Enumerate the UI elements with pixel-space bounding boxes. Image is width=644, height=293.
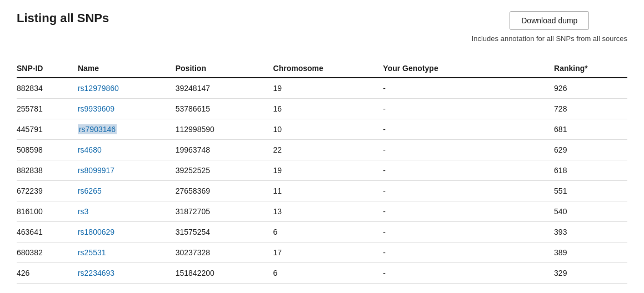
cell-position: 31872705 <box>176 201 273 222</box>
snp-table: SNP-ID Name Position Chromosome Your Gen… <box>17 59 627 284</box>
cell-ranking: 681 <box>554 119 627 140</box>
cell-chromosome: 19 <box>273 160 383 181</box>
table-header: SNP-ID Name Position Chromosome Your Gen… <box>17 59 627 78</box>
cell-name[interactable]: rs1800629 <box>78 222 176 243</box>
annotation-note: Includes annotation for all SNPs from al… <box>472 34 627 43</box>
cell-position: 19963748 <box>176 140 273 160</box>
col-header-position: Position <box>176 59 273 78</box>
cell-snpid: 463641 <box>17 222 78 243</box>
cell-ranking: 389 <box>554 243 627 263</box>
cell-chromosome: 6 <box>273 263 383 284</box>
table-row: 680382rs255313023732817-389 <box>17 243 627 263</box>
cell-genotype: - <box>383 99 554 119</box>
table-row: 426rs22346931518422006-329 <box>17 263 627 284</box>
cell-name[interactable]: rs9939609 <box>78 99 176 119</box>
cell-snpid: 426 <box>17 263 78 284</box>
cell-position: 31575254 <box>176 222 273 243</box>
table-row: 882838rs80999173925252519-618 <box>17 160 627 181</box>
table-row: 882834rs129798603924814719-926 <box>17 78 627 99</box>
cell-position: 39248147 <box>176 78 273 99</box>
cell-snpid: 255781 <box>17 99 78 119</box>
cell-ranking: 393 <box>554 222 627 243</box>
table-header-row: SNP-ID Name Position Chromosome Your Gen… <box>17 59 627 78</box>
cell-chromosome: 6 <box>273 222 383 243</box>
table-row: 508598rs46801996374822-629 <box>17 140 627 160</box>
cell-snpid: 680382 <box>17 243 78 263</box>
col-header-ranking: Ranking* <box>554 59 627 78</box>
cell-genotype: - <box>383 222 554 243</box>
cell-snpid: 672239 <box>17 181 78 201</box>
cell-position: 151842200 <box>176 263 273 284</box>
col-header-chromosome: Chromosome <box>273 59 383 78</box>
col-header-name: Name <box>78 59 176 78</box>
col-header-genotype: Your Genotype <box>383 59 554 78</box>
page-header: Listing all SNPs Download dump Includes … <box>17 11 627 43</box>
cell-snpid: 816100 <box>17 201 78 222</box>
cell-genotype: - <box>383 140 554 160</box>
cell-ranking: 728 <box>554 99 627 119</box>
cell-name[interactable]: rs3 <box>78 201 176 222</box>
cell-ranking: 329 <box>554 263 627 284</box>
table-row: 816100rs33187270513-540 <box>17 201 627 222</box>
cell-name[interactable]: rs4680 <box>78 140 176 160</box>
cell-position: 39252525 <box>176 160 273 181</box>
cell-ranking: 629 <box>554 140 627 160</box>
cell-chromosome: 19 <box>273 78 383 99</box>
cell-name[interactable]: rs2234693 <box>78 263 176 284</box>
table-row: 255781rs99396095378661516-728 <box>17 99 627 119</box>
table-row: 445791rs790314611299859010-681 <box>17 119 627 140</box>
cell-genotype: - <box>383 181 554 201</box>
cell-chromosome: 10 <box>273 119 383 140</box>
cell-position: 53786615 <box>176 99 273 119</box>
download-dump-button[interactable]: Download dump <box>510 11 589 30</box>
col-header-snpid: SNP-ID <box>17 59 78 78</box>
cell-name[interactable]: rs8099917 <box>78 160 176 181</box>
cell-ranking: 618 <box>554 160 627 181</box>
cell-position: 112998590 <box>176 119 273 140</box>
cell-genotype: - <box>383 243 554 263</box>
cell-genotype: - <box>383 263 554 284</box>
cell-snpid: 445791 <box>17 119 78 140</box>
cell-chromosome: 16 <box>273 99 383 119</box>
cell-genotype: - <box>383 119 554 140</box>
cell-genotype: - <box>383 78 554 99</box>
header-right: Download dump Includes annotation for al… <box>472 11 627 43</box>
cell-name[interactable]: rs25531 <box>78 243 176 263</box>
cell-chromosome: 11 <box>273 181 383 201</box>
cell-genotype: - <box>383 160 554 181</box>
cell-name[interactable]: rs7903146 <box>78 119 176 140</box>
cell-snpid: 508598 <box>17 140 78 160</box>
cell-chromosome: 22 <box>273 140 383 160</box>
page-title: Listing all SNPs <box>17 11 109 26</box>
cell-chromosome: 17 <box>273 243 383 263</box>
cell-name[interactable]: rs6265 <box>78 181 176 201</box>
cell-position: 30237328 <box>176 243 273 263</box>
cell-snpid: 882834 <box>17 78 78 99</box>
cell-chromosome: 13 <box>273 201 383 222</box>
cell-ranking: 926 <box>554 78 627 99</box>
cell-genotype: - <box>383 201 554 222</box>
table-row: 672239rs62652765836911-551 <box>17 181 627 201</box>
cell-position: 27658369 <box>176 181 273 201</box>
table-row: 463641rs1800629315752546-393 <box>17 222 627 243</box>
cell-ranking: 551 <box>554 181 627 201</box>
cell-snpid: 882838 <box>17 160 78 181</box>
cell-name[interactable]: rs12979860 <box>78 78 176 99</box>
table-body: 882834rs129798603924814719-926255781rs99… <box>17 78 627 284</box>
cell-ranking: 540 <box>554 201 627 222</box>
